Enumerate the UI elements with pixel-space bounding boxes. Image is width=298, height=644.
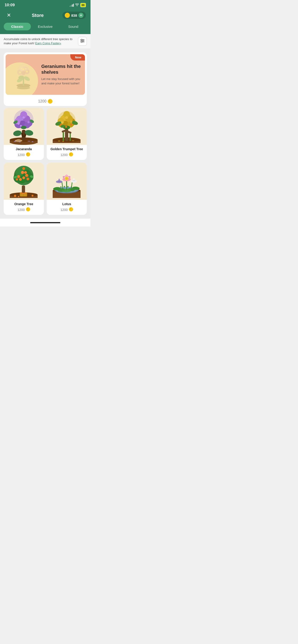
svg-point-88 — [61, 121, 63, 124]
status-icons: 89 — [70, 3, 86, 7]
price-coin-jacaranda — [26, 152, 30, 157]
svg-point-6 — [81, 39, 82, 40]
close-button[interactable]: ✕ — [5, 11, 13, 20]
filter-button[interactable] — [78, 37, 87, 46]
banner-title: Geraniums hit the shelves — [41, 64, 81, 75]
svg-point-42 — [13, 130, 22, 137]
svg-point-8 — [81, 42, 82, 43]
status-bar: 10:09 89 — [0, 0, 91, 9]
svg-point-99 — [32, 195, 34, 196]
price-coin-golden-trumpet — [69, 152, 73, 157]
svg-rect-67 — [70, 132, 71, 141]
signal-icon — [70, 4, 74, 7]
svg-point-2 — [66, 14, 67, 16]
svg-point-124 — [16, 178, 18, 180]
svg-point-152 — [66, 177, 68, 180]
earn-coins-link[interactable]: Earn Coins Faster» — [35, 42, 61, 45]
svg-point-129 — [26, 174, 27, 176]
tree-card-lotus[interactable]: Lotus 1200 — [47, 163, 87, 215]
coin-count: 838 — [71, 14, 77, 18]
svg-rect-147 — [66, 181, 67, 190]
header: ✕ Store 838 + — [0, 9, 91, 23]
tree-price-orange-tree: 1200 — [4, 207, 44, 215]
tree-name-orange-tree: Orange Tree — [4, 200, 44, 207]
page-title: Store — [32, 13, 44, 18]
svg-point-70 — [72, 140, 74, 141]
svg-point-35 — [28, 141, 31, 142]
svg-point-128 — [22, 172, 23, 172]
banner-text-area: Geraniums hit the shelves Let me stay fo… — [41, 59, 85, 90]
tree-card-golden-trumpet[interactable]: Golden Trumpet Tree 1200 — [47, 108, 87, 160]
filter-icon — [80, 39, 85, 44]
battery-indicator: 89 — [80, 3, 86, 7]
orange-tree-svg — [6, 163, 42, 200]
bottom-bar — [0, 218, 91, 226]
svg-point-98 — [14, 195, 16, 197]
svg-point-94 — [69, 152, 73, 156]
tree-card-jacaranda[interactable]: Jacaranda 1200 — [4, 108, 44, 160]
price-coin-lotus — [69, 207, 73, 212]
tree-price-jacaranda: 1200 — [4, 152, 44, 160]
svg-point-68 — [58, 140, 60, 142]
svg-point-127 — [18, 176, 19, 177]
status-time: 10:09 — [5, 3, 15, 8]
tab-sound[interactable]: Sound — [60, 23, 87, 30]
price-coin-icon — [48, 99, 53, 104]
tree-image-lotus — [47, 163, 87, 200]
tree-price-lotus: 1200 — [47, 207, 87, 215]
tree-image-jacaranda — [4, 108, 44, 145]
svg-point-38 — [17, 139, 21, 141]
svg-point-54 — [18, 122, 20, 125]
svg-point-158 — [70, 208, 71, 210]
banner-price: 1200 — [4, 97, 87, 106]
tree-image-orange-tree — [4, 163, 44, 200]
svg-point-125 — [24, 171, 27, 174]
svg-point-60 — [21, 126, 27, 129]
price-coin-orange-tree — [26, 207, 30, 212]
svg-point-56 — [27, 121, 30, 123]
golden-trumpet-svg — [49, 108, 85, 145]
svg-rect-109 — [22, 186, 25, 193]
svg-point-122 — [27, 178, 29, 180]
tree-image-golden-trumpet — [47, 108, 87, 145]
lotus-svg — [49, 163, 85, 200]
svg-point-157 — [69, 207, 73, 212]
svg-point-93 — [65, 126, 67, 128]
svg-point-36 — [32, 141, 34, 142]
svg-point-7 — [83, 40, 84, 42]
svg-point-132 — [26, 207, 30, 212]
svg-point-121 — [19, 178, 22, 181]
svg-point-89 — [65, 116, 68, 119]
tab-classic[interactable]: Classic — [4, 23, 31, 30]
tree-name-lotus: Lotus — [47, 200, 87, 207]
svg-point-100 — [18, 196, 19, 197]
tab-exclusive[interactable]: Exclusive — [32, 23, 59, 30]
svg-point-123 — [22, 176, 25, 179]
wifi-icon — [75, 3, 79, 7]
new-badge: New — [70, 54, 85, 60]
tree-card-orange-tree[interactable]: Orange Tree 1200 — [4, 163, 44, 215]
svg-point-0 — [77, 6, 77, 6]
tree-price-golden-trumpet: 1200 — [47, 152, 87, 160]
banner-subtitle: Let me stay focused with you and make yo… — [41, 77, 81, 85]
svg-point-133 — [27, 208, 28, 210]
svg-rect-65 — [63, 132, 64, 141]
svg-point-126 — [22, 167, 25, 170]
featured-banner[interactable]: New — [4, 52, 87, 106]
svg-point-55 — [23, 116, 25, 119]
info-bar: Accumulate coins to unlock different tre… — [0, 34, 91, 49]
add-coin-button[interactable]: + — [79, 13, 84, 18]
svg-point-61 — [26, 152, 30, 156]
banner-inner: New — [6, 54, 85, 95]
svg-point-90 — [70, 120, 72, 123]
svg-point-69 — [62, 141, 64, 142]
tree-grid: Jacaranda 1200 — [4, 108, 87, 215]
info-text: Accumulate coins to unlock different tre… — [4, 37, 78, 46]
coin-icon — [65, 13, 70, 18]
main-content: New — [0, 49, 91, 218]
tree-name-golden-trumpet: Golden Trumpet Tree — [47, 145, 87, 152]
home-indicator — [30, 222, 60, 223]
svg-point-91 — [60, 124, 62, 126]
tab-bar: Classic Exclusive Sound — [0, 23, 91, 34]
svg-point-62 — [27, 154, 28, 154]
